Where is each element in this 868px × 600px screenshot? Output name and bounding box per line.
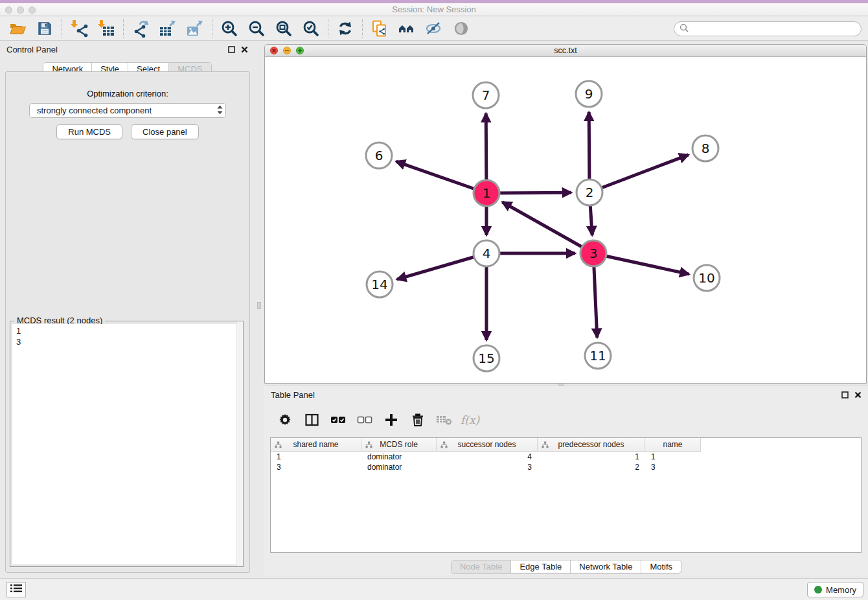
import-table-button[interactable] xyxy=(93,18,120,39)
import-table-icon xyxy=(98,20,115,38)
column-type-icon xyxy=(365,441,372,448)
close-panel-icon[interactable] xyxy=(854,391,862,398)
graph-node-14[interactable]: 14 xyxy=(367,271,393,297)
tab-network-table[interactable]: Network Table xyxy=(571,560,641,573)
graph-node-4[interactable]: 4 xyxy=(474,240,499,266)
export-table-button[interactable] xyxy=(154,18,181,39)
toolbar-separator xyxy=(362,19,363,38)
memory-status-icon xyxy=(814,586,822,594)
mcds-tab-content: Optimization criterion: strongly connect… xyxy=(5,71,250,573)
save-session-button[interactable] xyxy=(31,18,58,39)
graph-node-15[interactable]: 15 xyxy=(474,345,499,371)
graph-node-7[interactable]: 7 xyxy=(473,82,499,108)
memory-button[interactable]: Memory xyxy=(807,582,863,597)
table-panel-tabs: Node TableEdge TableNetwork TableMotifs xyxy=(451,560,681,573)
mcds-result-scrollbar[interactable] xyxy=(236,321,243,566)
save-session-icon xyxy=(37,21,52,36)
graph-node-1[interactable]: 1 xyxy=(474,180,499,206)
close-panel-icon[interactable] xyxy=(241,46,248,53)
graph-edge-3-1[interactable] xyxy=(502,202,593,253)
vertical-splitter-handle[interactable] xyxy=(257,302,261,309)
graph-node-label: 10 xyxy=(698,270,714,286)
column-header-name[interactable]: name xyxy=(645,438,701,452)
mcds-result-text[interactable]: 13 xyxy=(12,324,241,564)
trash-button[interactable] xyxy=(406,408,429,432)
column-header-successor-nodes[interactable]: successor nodes xyxy=(437,438,538,452)
table-cell: 3 xyxy=(437,463,538,472)
tab-edge-table[interactable]: Edge Table xyxy=(511,560,571,573)
network-canvas[interactable]: 7968124314101511 xyxy=(265,57,866,383)
control-panel-title: Control Panel xyxy=(6,45,58,54)
graph-node-6[interactable]: 6 xyxy=(366,143,392,168)
list-icon xyxy=(10,584,22,595)
zoom-selected-button[interactable] xyxy=(297,18,325,39)
tab-node-table[interactable]: Node Table xyxy=(451,560,512,573)
table-header-row: shared nameMCDS rolesuccessor nodesprede… xyxy=(271,438,861,452)
float-panel-icon[interactable] xyxy=(228,46,235,53)
graph-edge-3-10[interactable] xyxy=(593,253,689,274)
settings-gear-button[interactable] xyxy=(273,408,297,432)
export-network-button[interactable] xyxy=(127,18,154,39)
function-builder-icon: f(x) xyxy=(459,412,483,428)
select-all-button[interactable] xyxy=(326,408,350,432)
graph-edge-1-6[interactable] xyxy=(396,161,486,193)
graph-node-label: 15 xyxy=(478,351,494,366)
apply-layout-button[interactable] xyxy=(332,18,359,39)
graph-node-8[interactable]: 8 xyxy=(692,135,718,161)
column-layout-button[interactable] xyxy=(300,408,323,432)
select-all-icon xyxy=(330,414,346,426)
optimization-criterion-select[interactable]: strongly connected component xyxy=(29,103,226,118)
mcds-result-line: 3 xyxy=(12,336,241,347)
table-cell: dominator xyxy=(361,463,437,472)
import-network-button[interactable] xyxy=(65,18,93,39)
export-network-icon xyxy=(132,20,150,38)
table-row[interactable]: 3dominator323 xyxy=(271,462,861,472)
graph-node-3[interactable]: 3 xyxy=(580,240,606,266)
hide-selected-button[interactable] xyxy=(420,18,448,39)
run-mcds-button[interactable]: Run MCDS xyxy=(56,124,122,139)
table-cell: 2 xyxy=(538,463,645,472)
graph-edge-4-14[interactable] xyxy=(397,253,486,279)
export-image-button[interactable] xyxy=(181,18,209,39)
table-panel: Table Panel f(x) shared nameMCDS rolesuc… xyxy=(264,386,868,575)
clone-network-button[interactable] xyxy=(366,18,393,39)
zoom-selected-icon xyxy=(303,20,319,37)
task-history-button[interactable] xyxy=(6,582,26,597)
column-header-predecessor-nodes[interactable]: predecessor nodes xyxy=(538,438,645,452)
zoom-out-button[interactable] xyxy=(243,18,270,39)
column-header-shared-name[interactable]: shared name xyxy=(271,438,361,452)
network-view-window: scc.txt 7968124314101511 xyxy=(264,44,867,384)
deselect-all-button[interactable] xyxy=(353,408,376,432)
graph-node-label: 7 xyxy=(482,87,490,103)
tab-motifs[interactable]: Motifs xyxy=(641,560,681,573)
graph-node-9[interactable]: 9 xyxy=(576,81,602,107)
column-layout-icon xyxy=(304,413,319,427)
show-all-button[interactable] xyxy=(448,18,475,39)
add-column-button[interactable] xyxy=(380,408,403,432)
zoom-in-icon xyxy=(221,20,238,37)
graph-node-11[interactable]: 11 xyxy=(585,343,611,369)
float-panel-icon[interactable] xyxy=(841,391,849,398)
zoom-in-button[interactable] xyxy=(216,18,243,39)
export-image-icon xyxy=(186,20,204,38)
zoom-fit-button[interactable] xyxy=(270,18,297,39)
mcds-result-line: 1 xyxy=(12,324,241,336)
graph-node-2[interactable]: 2 xyxy=(577,179,602,205)
export-table-icon xyxy=(159,20,177,38)
column-header-MCDS-role[interactable]: MCDS role xyxy=(361,438,437,452)
toolbar-separator xyxy=(123,19,124,38)
graph-node-label: 4 xyxy=(483,246,491,261)
graph-edge-2-8[interactable] xyxy=(589,155,689,192)
add-column-icon xyxy=(384,413,398,427)
column-type-icon xyxy=(275,441,282,448)
network-graph: 7968124314101511 xyxy=(265,57,866,383)
first-neighbors-button[interactable] xyxy=(393,18,420,39)
table-row[interactable]: 1dominator411 xyxy=(271,452,861,462)
open-file-button[interactable] xyxy=(4,18,31,39)
search-box[interactable] xyxy=(674,21,862,36)
first-neighbors-icon xyxy=(398,20,415,37)
close-panel-button[interactable]: Close panel xyxy=(131,124,199,139)
search-input[interactable] xyxy=(692,25,856,34)
toolbar-separator xyxy=(328,19,328,38)
graph-node-10[interactable]: 10 xyxy=(694,265,720,291)
